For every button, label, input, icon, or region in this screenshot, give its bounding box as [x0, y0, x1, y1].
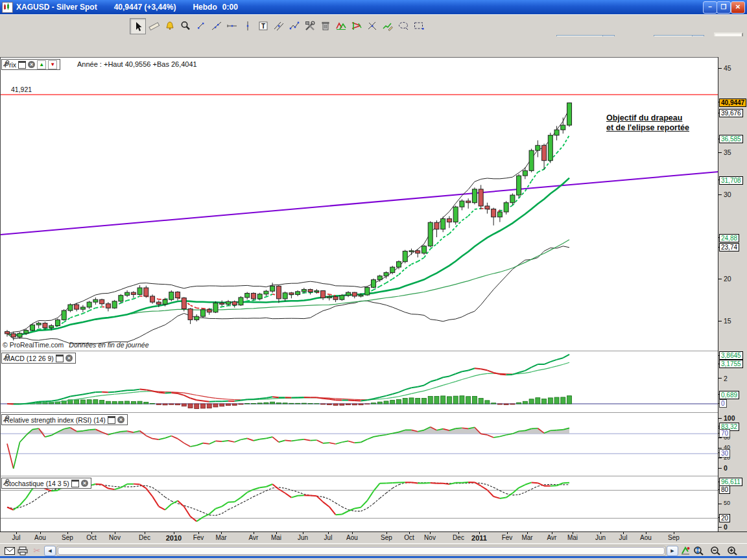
- parallel-lines-icon: [273, 20, 285, 32]
- axis-tick: [718, 68, 722, 69]
- close-panel-icon[interactable]: ✕: [81, 480, 88, 487]
- prorealtime-window: { "title": { "instrument": "XAGUSD - Sil…: [0, 0, 747, 560]
- wrench-hammer-icon: [304, 20, 316, 32]
- cursor-icon: [132, 21, 144, 32]
- polyline-tool-button[interactable]: [287, 18, 302, 33]
- month-label: Nov: [104, 534, 126, 541]
- vertical-line-tool-button[interactable]: [240, 18, 255, 33]
- modify-chart-tool-button[interactable]: [380, 18, 395, 33]
- macd-panel-title: MACD (12 26 9): [5, 355, 54, 362]
- axis-tick-label: 0: [724, 523, 728, 531]
- month-label: Fev: [187, 534, 209, 541]
- flag-pattern-tool-button[interactable]: [349, 18, 364, 33]
- sell-arrow-icon[interactable]: ▼: [48, 60, 57, 69]
- close-panel-icon[interactable]: ✕: [65, 355, 73, 362]
- lasso-icon: [397, 20, 409, 32]
- rect-select-tool-button[interactable]: [411, 18, 426, 33]
- time-axis[interactable]: JulAouSepOctNovDec2010FevMarAvrMaiJunJul…: [0, 531, 747, 544]
- axis-tick: [718, 458, 722, 458]
- pointer-mode-icon[interactable]: [680, 546, 691, 555]
- window-title-instrument: XAGUSD - Silver Spot: [16, 3, 97, 12]
- month-label: Sep: [663, 534, 685, 541]
- stochastic-panel-header: Stochastique (14 3 5) ✕: [1, 478, 91, 489]
- wrench-icon[interactable]: [2, 478, 10, 486]
- lasso-tool-button[interactable]: [396, 18, 410, 33]
- month-label: Jun: [589, 534, 611, 541]
- parallel-lines-tool-button[interactable]: [271, 18, 286, 33]
- axis-tick-label: 0: [724, 464, 728, 472]
- price-chart-canvas[interactable]: [1, 58, 718, 351]
- axis-value-box: 70: [719, 429, 730, 438]
- scroll-left-button[interactable]: ◀: [44, 546, 56, 556]
- ruler-tool-button[interactable]: [147, 18, 161, 33]
- detach-window-icon[interactable]: [56, 355, 64, 362]
- macd-chart-canvas[interactable]: [1, 351, 718, 413]
- scroll-right-button[interactable]: ▶: [667, 546, 678, 556]
- flag-pattern-icon: [351, 20, 362, 32]
- cursor-tool-button[interactable]: [130, 18, 146, 34]
- axis-tick: [718, 152, 722, 153]
- month-label: Aou: [341, 534, 363, 541]
- wrench-icon[interactable]: [2, 60, 10, 67]
- stochastic-chart-canvas[interactable]: [1, 476, 718, 532]
- alarm-tool-button[interactable]: [162, 18, 177, 33]
- month-label: Mai: [562, 534, 584, 541]
- month-label: Sep: [375, 534, 397, 541]
- chart-annotation: Objectif du drapeau et de l'elipse repor…: [606, 113, 689, 133]
- axis-tick: [718, 527, 722, 528]
- price-axis-gutter[interactable]: 453530201540,944739,67636,58531,70824,88…: [718, 57, 747, 531]
- detach-window-icon[interactable]: [18, 61, 26, 69]
- restore-button[interactable]: ❒: [717, 1, 731, 14]
- email-icon[interactable]: [4, 546, 16, 555]
- scissors-icon[interactable]: ✂: [31, 546, 43, 555]
- chart-pencil-icon: [382, 20, 394, 32]
- scrollbar-thumb[interactable]: [58, 547, 665, 555]
- axis-tick-label: 45: [724, 64, 731, 72]
- zoom-fit-icon[interactable]: [693, 546, 704, 555]
- axis-value-box: 23,74: [719, 243, 739, 251]
- zoom-in-icon[interactable]: [726, 546, 738, 555]
- segment-icon: [195, 20, 207, 32]
- axis-tick: [718, 321, 722, 321]
- detach-window-icon[interactable]: [71, 480, 79, 487]
- month-label: Mai: [265, 534, 287, 541]
- zoom-out-icon[interactable]: [709, 546, 721, 555]
- time-scrollbar[interactable]: [56, 546, 666, 556]
- rsi-panel: Relative strength index (RSI) (14) ✕: [0, 412, 718, 476]
- axis-value-box: 3,1755: [719, 360, 743, 368]
- month-label: Mar: [210, 534, 232, 541]
- close-panel-icon[interactable]: ✕: [117, 416, 124, 423]
- axis-tick-label: 15: [724, 317, 731, 325]
- stochastic-panel-title: Stochastique (14 3 5): [5, 480, 69, 487]
- close-panel-icon[interactable]: ✕: [28, 61, 35, 68]
- cross-lines-tool-button[interactable]: [364, 18, 379, 33]
- axis-tick-label: 35: [724, 148, 731, 156]
- axis-tick: [718, 468, 722, 469]
- wrench-icon[interactable]: [2, 415, 10, 423]
- axis-tick: [718, 378, 722, 379]
- settings-tool-button[interactable]: [302, 18, 317, 33]
- line-tool-button[interactable]: [209, 18, 224, 33]
- text-tool-button[interactable]: T: [255, 18, 270, 33]
- month-label: Nov: [419, 534, 441, 541]
- detach-window-icon[interactable]: [108, 416, 115, 424]
- trash-icon: [320, 20, 331, 32]
- macd-panel: MACD (12 26 9) ✕: [0, 351, 718, 413]
- axis-value-box: 36,585: [719, 135, 743, 143]
- window-title-time: 0:00: [222, 3, 238, 12]
- month-label: Fev: [496, 534, 518, 541]
- delete-tool-button[interactable]: [318, 18, 333, 33]
- wrench-icon[interactable]: [2, 353, 10, 361]
- axis-tick: [718, 194, 722, 195]
- close-button[interactable]: ✕: [731, 1, 745, 14]
- axis-tick: [718, 418, 722, 419]
- month-label: Sep: [56, 534, 78, 541]
- segment-tool-button[interactable]: [193, 18, 208, 33]
- horizontal-line-tool-button[interactable]: [224, 18, 239, 33]
- minimize-button[interactable]: –: [703, 1, 717, 14]
- zigzag-pattern-tool-button[interactable]: [333, 18, 348, 33]
- zoom-tool-button[interactable]: [178, 18, 193, 33]
- print-icon[interactable]: [17, 546, 29, 555]
- buy-arrow-icon[interactable]: ▲: [37, 60, 46, 69]
- window-frame-accent: [0, 556, 747, 558]
